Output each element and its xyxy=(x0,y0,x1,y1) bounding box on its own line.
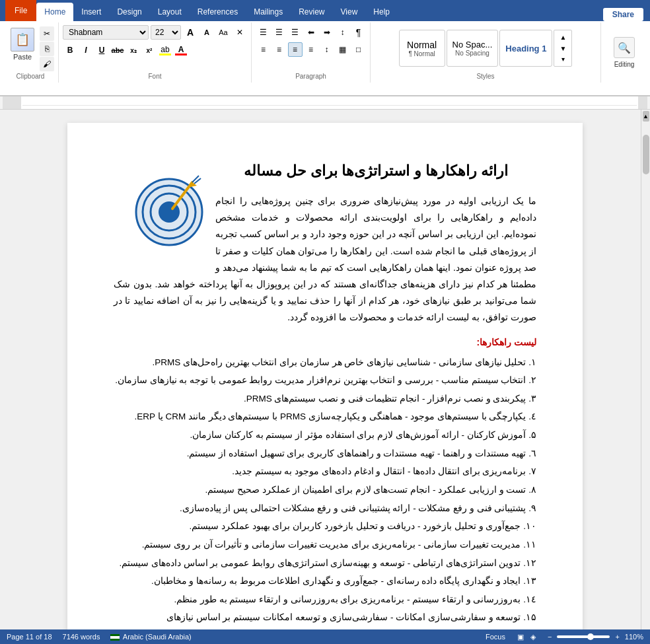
align-right-button[interactable]: ≡ xyxy=(288,42,303,57)
tab-view[interactable]: View xyxy=(333,3,366,21)
styles-scroll-buttons: ▲ ▼ ▾ xyxy=(554,30,572,67)
list-item: ۱۳. ایجاد و نگهداری پایگاه داده رسانه‌ای… xyxy=(114,573,536,590)
print-layout-button[interactable]: ▣ xyxy=(515,632,526,642)
tab-home[interactable]: Home xyxy=(36,3,73,21)
tab-references[interactable]: References xyxy=(190,3,246,21)
clear-format-button[interactable]: ✕ xyxy=(233,25,247,40)
clipboard-group: 📋 Paste ✂ ⎘ 🖌 Clipboard xyxy=(3,22,59,83)
svg-rect-12 xyxy=(110,637,120,639)
underline-button[interactable]: U xyxy=(94,43,109,57)
editing-icon[interactable]: 🔍 xyxy=(614,37,635,58)
language-indicator: Arabic (Saudi Arabia) xyxy=(110,633,191,641)
styles-group: Normal ¶ Normal No Spac... No Spacing He… xyxy=(371,22,601,83)
list-item: ۱٤. به‌روزرسانی و ارتقاء سیستم - برنامه‌… xyxy=(114,591,536,608)
font-name-select[interactable]: Shabnam xyxy=(63,25,149,40)
para-row-1: ☰ ☰ ☰ ⬅ ➡ ↕ ¶ xyxy=(256,25,366,40)
text-highlight-button[interactable]: ab xyxy=(158,45,172,55)
list-item: ۵. آموزش کارکنان - ارائه آموزش‌های لازم … xyxy=(114,427,536,444)
show-marks-button[interactable]: ¶ xyxy=(351,25,366,40)
para-row-2: ≡ ≡ ≡ ≡ ↕ ▦ □ xyxy=(256,42,366,57)
page-indicator: Page 11 of 18 xyxy=(7,633,52,641)
tab-design[interactable]: Design xyxy=(109,3,149,21)
sort-button[interactable]: ↕ xyxy=(336,25,350,40)
change-case-button[interactable]: Aa xyxy=(216,25,231,40)
styles-scroll-down[interactable]: ▼ xyxy=(556,43,570,54)
status-bar: Page 11 of 18 7146 words Arabic (Saudi A… xyxy=(0,629,650,644)
grow-font-button[interactable]: A xyxy=(183,25,198,40)
zoom-slider[interactable] xyxy=(557,635,610,638)
tab-mailings[interactable]: Mailings xyxy=(246,3,291,21)
word-count: 7146 words xyxy=(63,633,100,641)
list-item: ٦. تهیه مستندات و راهنما - تهیه مستندات … xyxy=(114,445,536,462)
list-item: ۱۲. تدوین استراتژی‌های ارتباطی - توسعه و… xyxy=(114,555,536,572)
tab-insert[interactable]: Insert xyxy=(73,3,109,21)
superscript-button[interactable]: x² xyxy=(142,43,157,57)
line-spacing-button[interactable]: ↕ xyxy=(320,42,334,57)
font-group-content: Shabnam 22 A A Aa ✕ B I U abc xyxy=(63,25,247,71)
cut-button[interactable]: ✂ xyxy=(40,26,54,41)
document-page[interactable]: ارائه راهکارها و استراتژی‌ها برای حل مسا… xyxy=(67,123,583,644)
ribbon-bottom-bar xyxy=(0,83,650,96)
para-group-content: ☰ ☰ ☰ ⬅ ➡ ↕ ¶ ≡ ≡ ≡ ≡ ↕ ▦ xyxy=(256,25,366,71)
clipboard-label: Clipboard xyxy=(17,71,45,80)
ribbon-body: 📋 Paste ✂ ⎘ 🖌 Clipboard xyxy=(0,21,650,96)
paste-button[interactable]: 📋 Paste xyxy=(7,25,38,71)
zoom-bar: − + 110% xyxy=(545,632,643,641)
paragraph-label: Paragraph xyxy=(295,71,326,80)
styles-scroll-up[interactable]: ▲ xyxy=(556,32,570,43)
ruler xyxy=(0,96,650,110)
increase-indent-button[interactable]: ➡ xyxy=(320,25,334,40)
ribbon: File Home Insert Design Layout Reference… xyxy=(0,0,650,96)
numbering-button[interactable]: ☰ xyxy=(272,25,287,40)
list-item: ۹. پشتیبانی فنی و رفع مشکلات - ارائه پشت… xyxy=(114,500,536,517)
focus-button[interactable]: Focus xyxy=(483,632,508,641)
align-left-button[interactable]: ≡ xyxy=(256,42,271,57)
subscript-button[interactable]: x₂ xyxy=(126,43,141,57)
status-right: Focus ▣ ◈ − + 110% xyxy=(483,632,643,642)
tab-help[interactable]: Help xyxy=(365,3,398,21)
tab-file[interactable]: File xyxy=(5,0,36,21)
scrollbar-thumb[interactable] xyxy=(643,135,649,174)
shrink-font-button[interactable]: A xyxy=(199,25,214,40)
zoom-level: 110% xyxy=(625,633,643,641)
decrease-indent-button[interactable]: ⬅ xyxy=(304,25,318,40)
clipboard-group-content: 📋 Paste ✂ ⎘ 🖌 xyxy=(7,25,54,71)
format-painter-button[interactable]: 🖌 xyxy=(40,57,54,71)
tab-review[interactable]: Review xyxy=(291,3,332,21)
zoom-out-button[interactable]: − xyxy=(545,632,554,641)
list-item: ۳. پیکربندی و نصب نرم‌افزار - انجام تنظی… xyxy=(114,390,536,408)
zoom-in-button[interactable]: + xyxy=(612,632,622,641)
copy-button[interactable]: ⎘ xyxy=(40,42,54,56)
borders-button[interactable]: □ xyxy=(351,42,366,57)
style-heading1[interactable]: Heading 1 xyxy=(499,30,552,67)
document-section-title: لیست راهکارها: xyxy=(114,337,536,347)
style-no-spacing[interactable]: No Spac... No Spacing xyxy=(447,30,499,67)
editing-label: Editing xyxy=(614,61,635,68)
align-center-button[interactable]: ≡ xyxy=(272,42,287,57)
bold-button[interactable]: B xyxy=(63,43,77,57)
list-item: ٤. یکپارچگی با سیستم‌های موجود - هماهنگی… xyxy=(114,408,536,425)
list-item: ۲. انتخاب سیستم مناسب - بررسی و انتخاب ب… xyxy=(114,372,536,389)
style-normal[interactable]: Normal ¶ Normal xyxy=(399,30,445,67)
clipboard-small-btns: ✂ ⎘ 🖌 xyxy=(40,26,54,71)
list-item: ۱۰. جمع‌آوری و تحلیل بازخورد - دریافت و … xyxy=(114,518,536,535)
tab-layout[interactable]: Layout xyxy=(150,3,190,21)
styles-content: Normal ¶ Normal No Spac... No Spacing He… xyxy=(399,25,573,71)
bullets-button[interactable]: ☰ xyxy=(256,25,271,40)
share-button[interactable]: Share xyxy=(603,8,643,21)
font-size-select[interactable]: 22 xyxy=(151,25,181,40)
multilevel-button[interactable]: ☰ xyxy=(288,25,303,40)
styles-more[interactable]: ▾ xyxy=(556,54,570,65)
justify-button[interactable]: ≡ xyxy=(304,42,318,57)
italic-button[interactable]: I xyxy=(79,43,93,57)
shading-button[interactable]: ▦ xyxy=(336,42,350,57)
web-layout-button[interactable]: ◈ xyxy=(528,632,538,642)
ribbon-content: 📋 Paste ✂ ⎘ 🖌 Clipboard xyxy=(0,22,650,83)
vertical-scrollbar[interactable]: ▲ ▼ xyxy=(641,110,650,644)
format-row: B I U abc x₂ x² ab A xyxy=(63,43,188,57)
strikethrough-button[interactable]: abc xyxy=(110,43,125,57)
list-item: ۷. برنامه‌ریزی برای انتقال داده‌ها - انت… xyxy=(114,463,536,480)
font-name-row: Shabnam 22 A A Aa ✕ xyxy=(63,25,247,40)
font-color-button[interactable]: A xyxy=(174,45,188,55)
editing-section: 🔍 Editing xyxy=(601,22,647,83)
